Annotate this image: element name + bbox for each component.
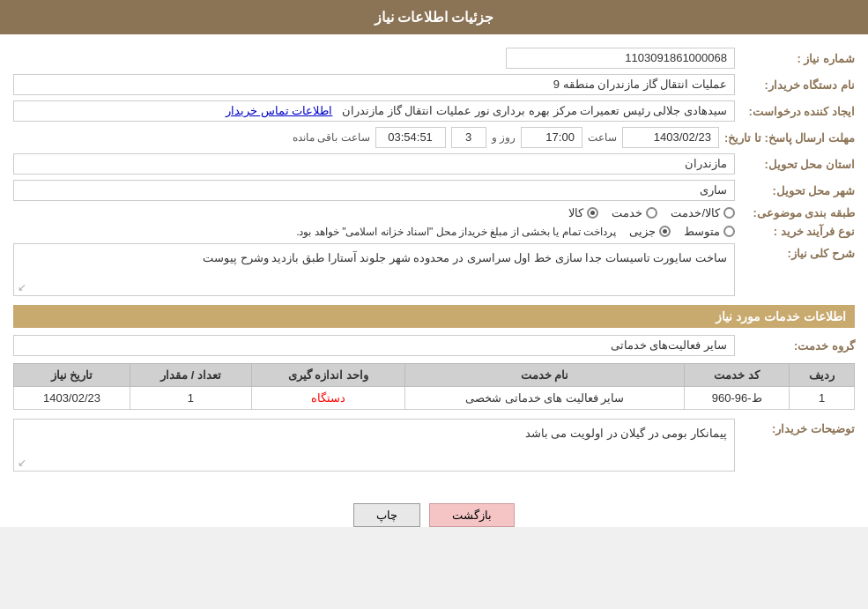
buyer-org-value: عملیات انتقال گاز مازندران منطقه 9: [13, 74, 735, 95]
col-row: ردیف: [790, 364, 855, 387]
deadline-label: مهلت ارسال پاسخ: تا تاریخ:: [724, 131, 855, 145]
back-button[interactable]: بازگشت: [429, 503, 515, 527]
service-info-title: اطلاعات خدمات مورد نیاز: [13, 305, 855, 328]
buyer-notes-row: توضیحات خریدار: پیمانکار بومی در گیلان د…: [13, 419, 855, 472]
purchase-type-row: نوع فرآیند خرید : متوسط جزیی پرداخت تمام…: [13, 225, 855, 238]
purchase-type-note: پرداخت تمام یا بخشی از مبلغ خریداز محل "…: [296, 226, 616, 238]
service-group-label: گروه خدمت:: [740, 339, 855, 353]
category-radio-khedmat: [646, 207, 657, 219]
footer-buttons: بازگشت چاپ: [0, 503, 868, 527]
service-group-value: سایر فعالیت‌های خدماتی: [13, 335, 735, 356]
main-content: شماره نیاز : 1103091861000068 نام دستگاه…: [0, 34, 868, 490]
purchase-type-label-small: جزیی: [629, 225, 656, 238]
need-number-label: شماره نیاز :: [740, 52, 855, 65]
services-table: ردیف کد خدمت نام خدمت واحد اندازه گیری ت…: [13, 363, 855, 410]
need-number-row: شماره نیاز : 1103091861000068: [13, 48, 855, 69]
description-value: ساخت سایورت تاسیسات جدا سازی خط اول سراس…: [13, 243, 735, 296]
col-service-name: نام خدمت: [404, 364, 684, 387]
category-radio-kala-khedmat: [723, 207, 735, 219]
creator-contact-link[interactable]: اطلاعات تماس خریدار: [226, 104, 332, 117]
deadline-date-value: 1403/02/23: [622, 127, 719, 148]
creator-name: سیدهادی جلالی رئیس تعمیرات مرکز بهره برد…: [342, 104, 727, 117]
creator-label: ایجاد کننده درخواست:: [740, 105, 855, 118]
delivery-city-row: شهر محل تحویل: ساری: [13, 180, 855, 201]
cell-date: 1403/02/23: [14, 387, 130, 410]
purchase-type-label: نوع فرآیند خرید :: [740, 225, 855, 238]
description-row: شرح کلی نیاز: ساخت سایورت تاسیسات جدا سا…: [13, 243, 855, 296]
cell-service-name: سایر فعالیت های خدماتی شخصی: [404, 387, 684, 410]
purchase-type-option-medium: متوسط: [684, 225, 735, 238]
deadline-days-value: 3: [451, 127, 486, 148]
delivery-city-value: ساری: [13, 180, 735, 201]
col-date: تاریخ نیاز: [14, 364, 130, 387]
category-label: طبقه بندی موضوعی:: [740, 206, 855, 219]
deadline-time-value: 17:00: [521, 127, 582, 148]
deadline-day-label: روز و: [492, 131, 516, 144]
buyer-notes-label: توضیحات خریدار:: [740, 422, 855, 435]
page-wrapper: جزئیات اطلاعات نیاز شماره نیاز : 1103091…: [0, 0, 868, 527]
category-label-khedmat: خدمت: [612, 206, 642, 219]
buyer-org-label: نام دستگاه خریدار:: [740, 78, 855, 92]
buyer-org-row: نام دستگاه خریدار: عملیات انتقال گاز ماز…: [13, 74, 855, 95]
category-option-kala-khedmat: کالا/خدمت: [671, 206, 735, 219]
category-label-kala-khedmat: کالا/خدمت: [671, 206, 720, 219]
purchase-type-radio-medium: [723, 226, 735, 237]
category-option-khedmat: خدمت: [612, 206, 657, 219]
deadline-time-label: ساعت: [588, 131, 617, 144]
category-label-kala: کالا: [568, 206, 583, 219]
page-title: جزئیات اطلاعات نیاز: [375, 10, 494, 25]
delivery-province-value: مازندران: [13, 153, 735, 175]
category-radio-kala: [587, 207, 598, 219]
purchase-type-label-medium: متوسط: [684, 225, 720, 238]
purchase-type-container: متوسط جزیی پرداخت تمام یا بخشی از مبلغ خ…: [13, 225, 735, 238]
purchase-type-option-small: جزیی: [629, 225, 671, 238]
cell-row: 1: [790, 387, 855, 410]
delivery-province-row: استان محل تحویل: مازندران: [13, 153, 855, 175]
category-option-kala: کالا: [568, 206, 598, 219]
cell-service-code: ط-96-960: [685, 387, 790, 410]
service-group-row: گروه خدمت: سایر فعالیت‌های خدماتی: [13, 335, 855, 356]
creator-row: ایجاد کننده درخواست: سیدهادی جلالی رئیس …: [13, 100, 855, 122]
cell-quantity: 1: [130, 387, 251, 410]
col-unit: واحد اندازه گیری: [251, 364, 404, 387]
buyer-notes-value: پیمانکار بومی در گیلان در اولویت می باشد: [13, 419, 735, 472]
cell-unit: دستگاه: [251, 387, 404, 410]
category-radio-group: کالا/خدمت خدمت کالا: [568, 206, 735, 219]
purchase-type-radio-small: [659, 226, 671, 237]
page-header: جزئیات اطلاعات نیاز: [0, 0, 868, 34]
category-row: طبقه بندی موضوعی: کالا/خدمت خدمت کالا: [13, 206, 855, 219]
deadline-remaining-value: 03:54:51: [375, 127, 446, 148]
deadline-row: مهلت ارسال پاسخ: تا تاریخ: 1403/02/23 سا…: [13, 127, 855, 148]
delivery-city-label: شهر محل تحویل:: [740, 184, 855, 197]
creator-value: سیدهادی جلالی رئیس تعمیرات مرکز بهره برد…: [13, 100, 735, 122]
delivery-province-label: استان محل تحویل:: [740, 158, 855, 171]
col-service-code: کد خدمت: [685, 364, 790, 387]
description-label: شرح کلی نیاز:: [740, 247, 855, 260]
col-quantity: تعداد / مقدار: [130, 364, 251, 387]
purchase-type-radio-group: متوسط جزیی: [629, 225, 735, 238]
deadline-remaining-label: ساعت باقی مانده: [293, 131, 370, 144]
print-button[interactable]: چاپ: [353, 503, 420, 527]
need-number-value: 1103091861000068: [506, 48, 735, 69]
table-row: 1 ط-96-960 سایر فعالیت های خدماتی شخصی د…: [14, 387, 855, 410]
